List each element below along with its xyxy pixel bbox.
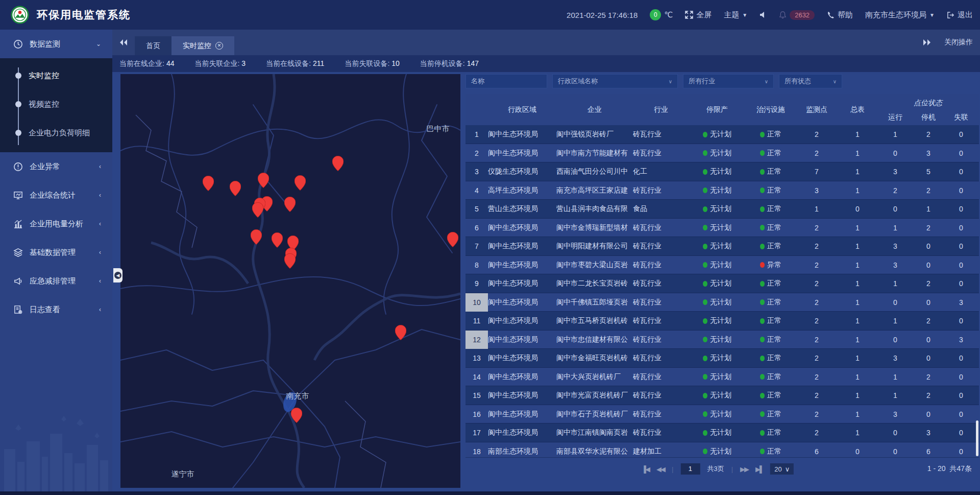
- table-row[interactable]: 3 仪陇生态环境局 西南油气田分公司川中 化工 无计划 正常 7 1 3 5 0: [465, 162, 979, 181]
- org-dropdown[interactable]: 南充市生态环境局▼: [865, 10, 935, 20]
- map-marker-icon[interactable]: [272, 232, 283, 248]
- map-collapse-handle[interactable]: ◀: [113, 268, 122, 282]
- cell-lost: 3: [944, 336, 978, 344]
- table-row[interactable]: 17 阆中生态环境局 阆中市江南镇阆南页岩 砖瓦行业 无计划 正常 2 1 0 …: [465, 423, 979, 442]
- cell-lost: 0: [944, 168, 978, 176]
- map-marker-icon[interactable]: [295, 175, 306, 191]
- table-row[interactable]: 10 阆中生态环境局 阆中千佛镇五郎垭页岩 砖瓦行业 无计划 正常 2 1 0 …: [465, 293, 979, 312]
- name-search-input[interactable]: 名称: [465, 74, 547, 88]
- map-marker-icon[interactable]: [395, 325, 406, 340]
- region-select[interactable]: 行政区域名称∨: [552, 74, 678, 88]
- table-row[interactable]: 14 阆中生态环境局 阆中大兴页岩机砖厂 砖瓦行业 无计划 正常 2 1 1 2…: [465, 368, 979, 387]
- cell-stop: 0: [913, 242, 944, 250]
- first-page-button[interactable]: ▐◀: [642, 465, 649, 473]
- tabs-scroll-left-button[interactable]: [112, 30, 135, 55]
- sidebar-subitem[interactable]: 实时监控: [0, 61, 112, 90]
- table-row[interactable]: 8 阆中生态环境局 阆中市枣碧大梁山页岩 砖瓦行业 无计划 异常 2 1 3 0…: [465, 256, 979, 275]
- last-page-button[interactable]: ▶▌: [755, 465, 763, 473]
- status-dot-icon: [760, 244, 765, 249]
- chevron-down-icon: ∨: [765, 79, 768, 84]
- table-body: 1 阆中生态环境局 阆中强锐页岩砖厂 砖瓦行业 无计划 正常 2 1 1 2 0…: [465, 125, 979, 457]
- cell-run: 0: [878, 149, 913, 157]
- cell-region: 南部生态环境局: [488, 447, 556, 456]
- map-marker-icon[interactable]: [230, 181, 241, 196]
- notification-badge[interactable]: 2632: [779, 10, 815, 20]
- bell-icon: [779, 11, 787, 19]
- map-marker-icon[interactable]: [284, 197, 296, 212]
- table-row[interactable]: 1 阆中生态环境局 阆中强锐页岩砖厂 砖瓦行业 无计划 正常 2 1 1 2 0: [465, 125, 979, 144]
- table-row[interactable]: 13 阆中生态环境局 阆中市金福旺页岩机砖 砖瓦行业 无计划 正常 2 1 3 …: [465, 349, 979, 368]
- cell-limit: 无计划: [689, 298, 745, 307]
- table-row[interactable]: 15 阆中生态环境局 阆中市光富页岩机砖厂 砖瓦行业 无计划 正常 2 1 1 …: [465, 386, 979, 405]
- sidebar-item-2[interactable]: 企业综合统计 ‹: [0, 181, 112, 209]
- tab-home[interactable]: 首页: [135, 36, 172, 55]
- status-dot-icon: [703, 356, 707, 361]
- sidebar-subitem-label: 视频监控: [29, 100, 59, 109]
- chevron-left-icon: ‹: [99, 192, 101, 199]
- tab-realtime-monitor[interactable]: 实时监控 ✕: [172, 36, 234, 55]
- double-chevron-left-icon: [119, 39, 128, 46]
- sidebar-item-6[interactable]: 日志查看 ‹: [0, 295, 112, 324]
- map-marker-icon[interactable]: [332, 156, 344, 171]
- table-row[interactable]: 6 阆中生态环境局 阆中市金博瑞新型墙材 砖瓦行业 无计划 正常 2 1 1 2…: [465, 219, 979, 238]
- theme-dropdown[interactable]: 主题▼: [724, 10, 747, 20]
- map-marker-icon[interactable]: [291, 408, 302, 423]
- table-row[interactable]: 7 阆中生态环境局 阆中明阳建材有限公司 砖瓦行业 无计划 正常 2 1 3 0…: [465, 237, 979, 256]
- table-row[interactable]: 12 阆中生态环境局 阆中市忠信建材有限公 砖瓦行业 无计划 正常 2 1 0 …: [465, 331, 979, 349]
- map-marker-icon[interactable]: [203, 176, 214, 191]
- next-page-button[interactable]: ▶▶: [740, 465, 748, 473]
- sidebar-subitem[interactable]: 企业电力负荷明细: [0, 119, 112, 147]
- sidebar-item-0[interactable]: 数据监测 ⌄: [0, 30, 112, 58]
- bottom-border-strip: [0, 491, 980, 495]
- tab-bar: 首页 实时监控 ✕ 关闭操作: [112, 30, 980, 55]
- status-select[interactable]: 所有状态∨: [779, 74, 842, 88]
- cell-region: 阆中生态环境局: [488, 372, 556, 382]
- map-marker-icon[interactable]: [252, 202, 263, 218]
- table-row[interactable]: 2 阆中生态环境局 阆中市南方节能建材有 砖瓦行业 无计划 正常 2 1 0 3…: [465, 144, 979, 163]
- table-row[interactable]: 9 阆中生态环境局 阆中市二龙长宝页岩砖 砖瓦行业 无计划 正常 2 1 1 2…: [465, 274, 979, 293]
- cell-stop: 5: [913, 168, 944, 176]
- cell-industry: 砖瓦行业: [633, 316, 689, 325]
- table-row[interactable]: 16 阆中生态环境局 阆中市石子页岩机砖厂 砖瓦行业 无计划 正常 2 1 3 …: [465, 405, 979, 424]
- close-operations-button[interactable]: 关闭操作: [944, 38, 973, 47]
- map-marker-icon[interactable]: [284, 253, 296, 269]
- help-button[interactable]: 帮助: [827, 10, 853, 20]
- map-panel[interactable]: 巴中市南充市遂宁市: [120, 74, 460, 488]
- column-points: 监测点: [796, 105, 837, 114]
- page-number-input[interactable]: 1: [680, 463, 700, 475]
- logout-button[interactable]: 退出: [947, 10, 973, 20]
- bullet-dot-icon: [15, 130, 21, 136]
- cell-index: 15: [465, 386, 488, 405]
- sidebar-item-1[interactable]: 企业异常 ‹: [0, 152, 112, 181]
- status-dot-icon: [703, 318, 707, 324]
- cell-region: 阆中生态环境局: [488, 223, 556, 232]
- table-row[interactable]: 4 高坪生态环境局 南充市高坪区王家店建 砖瓦行业 无计划 正常 3 1 2 2…: [465, 181, 979, 200]
- sidebar-item-3[interactable]: 企业用电量分析 ‹: [0, 209, 112, 238]
- table-scrollbar[interactable]: [976, 420, 978, 456]
- tab-close-icon[interactable]: ✕: [215, 42, 223, 50]
- cell-index: 17: [465, 423, 488, 442]
- cell-company: 阆中明阳建材有限公司: [556, 242, 633, 251]
- cell-facility: 正常: [745, 186, 796, 195]
- sidebar-item-4[interactable]: 基础数据管理 ‹: [0, 238, 112, 267]
- cell-region: 阆中生态环境局: [488, 130, 556, 139]
- status-dot-icon: [760, 299, 765, 305]
- table-row[interactable]: 18 南部生态环境局 南部县双华水泥有限公 建材加工 无计划 正常 6 0 0 …: [465, 442, 979, 458]
- table-row[interactable]: 5 营山生态环境局 营山县润丰肉食品有限 食品 无计划 正常 1 0 0 1 0: [465, 200, 979, 219]
- cell-industry: 砖瓦行业: [633, 391, 689, 400]
- map-marker-icon[interactable]: [251, 229, 262, 245]
- sidebar-item-5[interactable]: 应急减排管理 ‹: [0, 267, 112, 295]
- page-size-select[interactable]: 20∨: [770, 463, 794, 475]
- sidebar-subitem[interactable]: 视频监控: [0, 90, 112, 119]
- status-dot-icon: [703, 374, 707, 380]
- fullscreen-button[interactable]: 全屏: [685, 10, 712, 20]
- cell-company: 阆中强锐页岩砖厂: [556, 130, 633, 139]
- map-marker-icon[interactable]: [447, 232, 458, 247]
- double-chevron-right-icon[interactable]: [923, 39, 931, 46]
- table-row[interactable]: 11 阆中生态环境局 阆中市五马桥页岩机砖 砖瓦行业 无计划 正常 2 1 1 …: [465, 312, 979, 331]
- prev-page-button[interactable]: ◀◀: [656, 465, 665, 473]
- map-marker-icon[interactable]: [258, 173, 269, 188]
- cell-lost: 0: [944, 429, 978, 437]
- mute-button[interactable]: [760, 11, 767, 18]
- industry-select[interactable]: 所有行业∨: [683, 74, 774, 88]
